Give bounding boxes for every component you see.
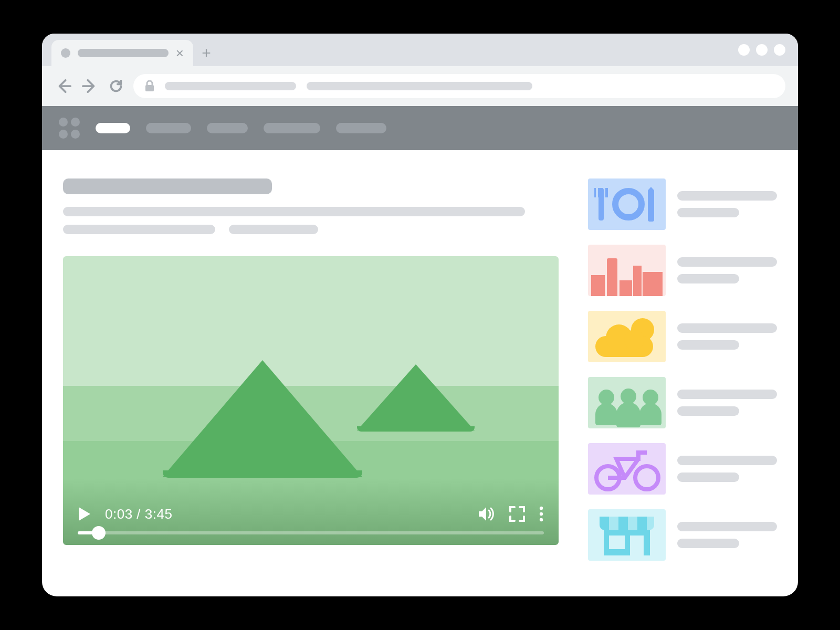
site-nav-item[interactable] [336,123,386,133]
new-tab-button[interactable]: + [193,40,219,66]
more-vertical-icon [539,506,544,522]
window-control-dot[interactable] [774,44,785,56]
sidebar-card[interactable] [588,178,777,230]
card-line [677,522,777,531]
play-icon [78,506,91,522]
sidebar-card[interactable] [588,377,777,428]
site-nav-item[interactable] [264,123,320,133]
hill-icon [357,364,475,430]
volume-button[interactable] [478,506,496,522]
card-line [677,472,739,482]
tab-favicon [61,48,70,58]
browser-window: × + [42,34,798,596]
card-line [677,323,777,333]
app-logo-icon[interactable] [59,118,80,139]
back-button[interactable] [55,77,72,95]
window-control-dot[interactable] [738,44,750,56]
bicycle-icon [588,443,666,495]
article-line-placeholder [63,225,215,234]
site-header [42,106,798,150]
main-column: 0:03 / 3:45 [63,178,567,596]
url-segment [307,82,532,90]
reload-button[interactable] [107,77,125,95]
volume-icon [478,506,496,522]
play-button[interactable] [78,506,91,522]
browser-toolbar [42,66,798,106]
arrow-left-icon [56,78,71,94]
card-line [677,191,777,201]
utensils-plate-icon [588,178,666,230]
article-line-placeholder [63,207,525,216]
people-group-icon [588,377,666,428]
fullscreen-button[interactable] [509,506,525,522]
seek-bar[interactable] [78,531,544,534]
city-skyline-icon [588,245,666,296]
sidebar-card[interactable] [588,509,777,561]
window-controls [738,34,785,66]
sidebar-card[interactable] [588,443,777,495]
url-segment [165,82,296,90]
lock-icon [145,80,154,92]
sidebar-card[interactable] [588,311,777,362]
page-content: 0:03 / 3:45 [42,150,798,596]
card-line [677,257,777,267]
site-nav-item[interactable] [207,123,248,133]
card-line [677,390,777,399]
forward-button[interactable] [81,77,99,95]
article-line-placeholder [229,225,318,234]
site-nav-item[interactable] [146,123,191,133]
tab-title-placeholder [78,49,169,57]
hill-icon [163,360,362,477]
sun-cloud-icon [588,311,666,362]
svg-point-5 [635,466,658,489]
browser-tab[interactable]: × [51,40,193,66]
arrow-right-icon [82,78,98,94]
reload-icon [108,78,124,94]
card-line [677,406,739,416]
site-nav-item[interactable] [96,123,130,133]
tab-strip: × + [42,34,798,66]
svg-point-1 [540,507,543,510]
svg-point-3 [540,518,543,521]
card-line [677,456,777,465]
close-tab-icon[interactable]: × [176,46,184,60]
window-control-dot[interactable] [756,44,768,56]
article-title-placeholder [63,178,272,194]
player-controls: 0:03 / 3:45 [63,500,559,545]
seek-thumb[interactable] [92,526,106,540]
svg-rect-0 [145,85,154,91]
time-display: 0:03 / 3:45 [105,506,172,522]
fullscreen-icon [509,506,525,522]
storefront-icon [588,509,666,561]
more-options-button[interactable] [539,506,544,522]
video-player[interactable]: 0:03 / 3:45 [63,256,559,545]
card-line [677,340,739,350]
address-bar[interactable] [133,74,785,98]
card-line [677,274,739,284]
card-line [677,208,739,217]
card-line [677,539,739,548]
svg-point-2 [540,512,543,516]
sidebar [588,178,777,596]
sidebar-card[interactable] [588,245,777,296]
